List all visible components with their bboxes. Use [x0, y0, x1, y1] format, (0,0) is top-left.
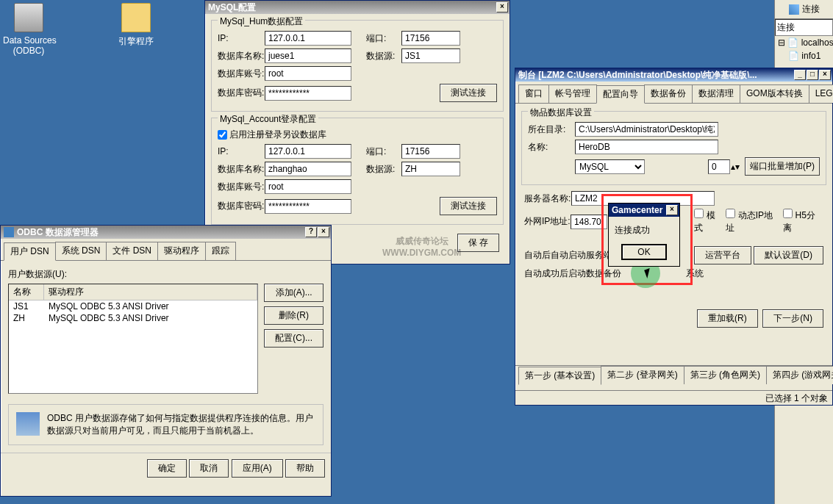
control-panel-titlebar[interactable]: 制台 [LZM2 C:\Users\Administrator\Desktop\… [515, 68, 832, 82]
tab-leg[interactable]: LEG版本 [809, 84, 833, 103]
step4-tab[interactable]: 第四步 (游戏网关) [766, 366, 833, 384]
hum-test-button[interactable]: 测试连接 [440, 84, 497, 102]
success-message: 连接成功 [609, 217, 679, 241]
dynip-checkbox[interactable]: 动态IP地址 [726, 209, 781, 234]
h5-checkbox[interactable]: H5分离 [783, 209, 823, 234]
odbc-titlebar[interactable]: ODBC 数据源管理器 ? × [1, 226, 331, 239]
acc-pwd-input[interactable] [265, 199, 351, 214]
tree-node-localhost[interactable]: ⊟ 📄 localhos [775, 36, 833, 49]
ok-button[interactable]: OK [621, 244, 666, 260]
tab-config-wizard[interactable]: 配置向导 [596, 85, 645, 104]
hum-legend: MySql_Hum数据配置 [218, 15, 305, 28]
maximize-button[interactable]: □ [807, 70, 818, 80]
step3-tab[interactable]: 第三步 (角色网关) [684, 366, 767, 384]
window-title: 制台 [LZM2 C:\Users\Administrator\Desktop\… [518, 69, 793, 82]
minimize-button[interactable]: _ [794, 70, 806, 80]
cancel-button[interactable]: 取消 [189, 459, 229, 478]
sidepanel-header: 连接 [775, 0, 833, 19]
apply-button[interactable]: 应用(A) [232, 459, 283, 478]
list-row[interactable]: JS1MySQL ODBC 5.3 ANSI Driver [9, 300, 257, 312]
connection-icon [789, 4, 799, 15]
tab-user-dsn[interactable]: 用户 DSN [4, 242, 56, 261]
statusbar: 已选择 1 个对象 [515, 390, 832, 405]
hum-dsn-input[interactable] [401, 48, 460, 63]
config-dsn-button[interactable]: 配置(C)... [264, 329, 323, 348]
hum-acct-input[interactable] [265, 66, 351, 81]
close-button[interactable]: × [819, 70, 831, 80]
mysql-titlebar[interactable]: MySQL配置 × [205, 1, 510, 14]
odbc-desktop-icon[interactable]: Data Sources (ODBC) [3, 3, 54, 56]
enable-separate-db-checkbox[interactable]: 启用注册登录另设数据库 [218, 129, 497, 141]
tab-cleanup[interactable]: 数据清理 [692, 84, 740, 103]
odbc-manager-window: ODBC 数据源管理器 ? × 用户 DSN 系统 DSN 文件 DSN 驱动程… [0, 225, 332, 497]
tab-backup[interactable]: 数据备份 [644, 84, 693, 103]
acc-dbname-input[interactable] [265, 162, 351, 176]
platform-button[interactable]: 运营平台 [694, 246, 751, 264]
help-button[interactable]: ? [305, 227, 317, 237]
account-legend: MySql_Account登录配置 [218, 113, 318, 126]
dbtype-select[interactable]: MySQL [575, 159, 645, 174]
close-button[interactable]: × [318, 227, 329, 237]
list-caption: 用户数据源(U): [8, 268, 323, 281]
hum-pwd-input[interactable] [265, 86, 351, 101]
tree-node-info[interactable]: 📄 info1 [775, 49, 833, 62]
tab-drivers[interactable]: 驱动程序 [157, 242, 206, 260]
step2-tab[interactable]: 第二步 (登录网关) [601, 366, 684, 384]
odbc-note: ODBC 用户数据源存储了如何与指定数据提供程序连接的信息。用户数据源只对当前用… [47, 412, 315, 437]
tab-system-dsn[interactable]: 系统 DSN [55, 242, 107, 260]
gamecenter-dialog: Gamecenter × 连接成功 OK [608, 203, 680, 267]
default-settings-button[interactable]: 默认设置(D) [754, 246, 823, 264]
tab-account-mgmt[interactable]: 帐号管理 [548, 84, 597, 103]
tab-file-dsn[interactable]: 文件 DSN [106, 242, 158, 260]
port-spinner[interactable] [708, 159, 730, 174]
hum-dbname-input[interactable] [265, 48, 351, 63]
reload-button[interactable]: 重加载(R) [697, 309, 758, 328]
folder-icon [121, 3, 151, 32]
step1-tab[interactable]: 第一步 (基本设置) [518, 367, 601, 385]
save-button[interactable]: 保 存 [457, 234, 499, 252]
add-dsn-button[interactable]: 添加(A)... [264, 284, 323, 302]
gamecenter-titlebar[interactable]: Gamecenter × [609, 204, 679, 217]
database-icon [14, 3, 43, 32]
dbname-input[interactable] [575, 140, 718, 154]
sidepanel-title: 连接 [775, 19, 833, 36]
dialog-title: Gamecenter [612, 205, 665, 215]
dialog-title: MySQL配置 [208, 1, 496, 14]
list-row[interactable]: ZHMySQL ODBC 5.3 ANSI Driver [9, 312, 257, 324]
info-icon [16, 412, 40, 436]
icon-label: 引擎程序 [110, 35, 162, 48]
acc-port-input[interactable] [401, 144, 460, 159]
dir-input[interactable] [575, 122, 718, 137]
icon-label: Data Sources (ODBC) [3, 35, 54, 56]
dsn-listview[interactable]: 名称 驱动程序 JS1MySQL ODBC 5.3 ANSI Driver ZH… [8, 284, 258, 394]
tab-trace[interactable]: 跟踪 [205, 242, 236, 260]
ok-button[interactable]: 确定 [147, 459, 187, 478]
folder-desktop-icon[interactable]: 引擎程序 [110, 3, 162, 48]
itemdb-legend: 物品数据库设置 [528, 107, 594, 119]
tab-window[interactable]: 窗口 [518, 84, 549, 103]
next-button[interactable]: 下一步(N) [762, 309, 823, 328]
hum-ip-input[interactable] [265, 31, 351, 46]
odbc-icon [4, 227, 14, 237]
help-button[interactable]: 帮助 [285, 459, 325, 478]
hum-port-input[interactable] [401, 31, 460, 46]
close-button[interactable]: × [496, 2, 508, 12]
mode-checkbox[interactable]: 模式 [694, 209, 723, 234]
acc-acct-input[interactable] [265, 179, 351, 194]
acc-test-button[interactable]: 测试连接 [440, 197, 497, 215]
batch-port-button[interactable]: 端口批量增加(P) [745, 157, 820, 176]
tab-gom[interactable]: GOM版本转换 [740, 84, 809, 103]
acc-ip-input[interactable] [265, 144, 351, 159]
close-button[interactable]: × [666, 205, 678, 215]
delete-dsn-button[interactable]: 删除(R) [264, 306, 323, 325]
acc-dsn-input[interactable] [401, 162, 460, 176]
control-panel-tabs: 窗口 帐号管理 配置向导 数据备份 数据清理 GOM版本转换 LEG版本 [515, 82, 832, 104]
window-title: ODBC 数据源管理器 [17, 226, 304, 239]
